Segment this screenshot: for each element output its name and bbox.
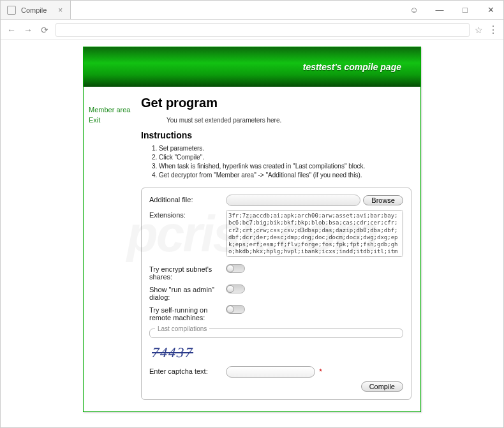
reload-icon[interactable]: ⟳ bbox=[39, 25, 50, 35]
tab-close-icon[interactable]: × bbox=[58, 6, 63, 15]
main-content: Get program You must set extended parame… bbox=[141, 87, 420, 411]
banner-title: testtest's compile page bbox=[303, 62, 401, 72]
captcha-label: Enter captcha text: bbox=[149, 366, 226, 375]
sidebar: Member area Exit bbox=[84, 87, 141, 411]
captcha-input[interactable] bbox=[226, 366, 315, 378]
url-input[interactable] bbox=[56, 23, 470, 37]
instruction-item: Set parameters. bbox=[159, 144, 411, 153]
toggle-selfrun-label: Try self-running on remote machines: bbox=[149, 305, 226, 321]
instruction-item: Get decryptor from "Member area" -> "Add… bbox=[159, 171, 411, 180]
window-maximize-button[interactable]: □ bbox=[452, 1, 478, 19]
toggle-admin-label: Show "run as admin" dialog: bbox=[149, 284, 226, 301]
captcha-image: 74437 bbox=[149, 343, 197, 362]
instruction-item: When task is finished, hyperlink was cre… bbox=[159, 162, 411, 171]
instructions-heading: Instructions bbox=[141, 130, 411, 140]
page-favicon bbox=[7, 6, 16, 15]
browser-tab[interactable]: Compile × bbox=[1, 1, 71, 19]
hint-text: You must set extended parameters here. bbox=[141, 117, 411, 124]
last-compilations-legend: Last compilations bbox=[155, 325, 209, 332]
compile-button[interactable]: Compile bbox=[361, 381, 403, 392]
form-box: Additional file: Browse Extensions: bbox=[141, 188, 411, 400]
titlebar: Compile × ☺ — □ ✕ bbox=[1, 1, 503, 20]
user-icon[interactable]: ☺ bbox=[401, 1, 427, 19]
additional-file-label: Additional file: bbox=[149, 195, 226, 203]
sidebar-item-member-area[interactable]: Member area bbox=[89, 106, 141, 114]
instruction-item: Click "Compile". bbox=[159, 153, 411, 162]
toggle-selfrun[interactable] bbox=[226, 305, 245, 314]
menu-icon[interactable]: ⋮ bbox=[488, 24, 498, 36]
toggle-subnet[interactable] bbox=[226, 264, 245, 273]
page-container: testtest's compile page Member area Exit… bbox=[83, 47, 421, 412]
instructions-list: Set parameters. Click "Compile". When ta… bbox=[141, 144, 411, 180]
page-heading: Get program bbox=[141, 96, 411, 110]
tab-title: Compile bbox=[21, 6, 47, 14]
address-bar: ← → ⟳ ☆ ⋮ bbox=[1, 20, 503, 40]
last-compilations-fieldset: Last compilations bbox=[149, 325, 403, 338]
extensions-label: Extensions: bbox=[149, 210, 226, 219]
banner: testtest's compile page bbox=[84, 47, 420, 87]
sidebar-item-exit[interactable]: Exit bbox=[89, 116, 141, 124]
back-icon[interactable]: ← bbox=[6, 25, 17, 35]
new-tab-button[interactable] bbox=[71, 1, 84, 19]
window-close-button[interactable]: ✕ bbox=[478, 1, 503, 19]
required-marker: * bbox=[319, 367, 322, 376]
toggle-admin[interactable] bbox=[226, 284, 245, 293]
toggle-subnet-label: Try encrypt subnet's shares: bbox=[149, 264, 226, 281]
additional-file-input[interactable] bbox=[226, 195, 360, 206]
forward-icon[interactable]: → bbox=[22, 25, 34, 35]
browse-button[interactable]: Browse bbox=[363, 195, 403, 205]
window-minimize-button[interactable]: — bbox=[427, 1, 452, 19]
extensions-textarea[interactable] bbox=[226, 210, 403, 257]
bookmark-star-icon[interactable]: ☆ bbox=[475, 25, 483, 35]
